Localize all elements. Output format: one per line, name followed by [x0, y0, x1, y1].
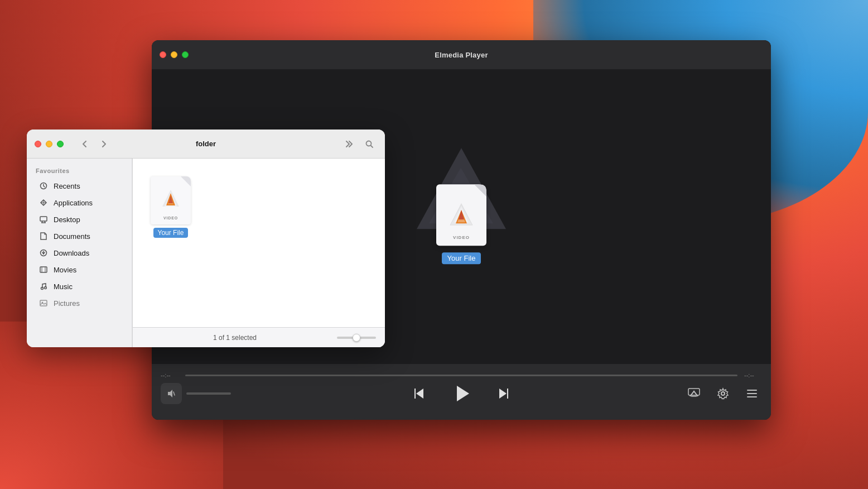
volume-icon: [166, 389, 176, 399]
svg-point-17: [721, 392, 725, 395]
controls-row: [161, 383, 762, 411]
svg-marker-10: [414, 389, 416, 399]
finder-right-buttons: [341, 136, 377, 152]
svg-line-22: [371, 145, 373, 147]
sidebar-label-pictures: Pictures: [54, 299, 80, 308]
next-button[interactable]: [491, 381, 516, 406]
file-icon-yourfile: VIDEO: [151, 176, 191, 224]
time-start: --:--: [161, 372, 179, 378]
icon-slider-thumb[interactable]: [353, 334, 360, 342]
grid-icon: [39, 198, 48, 207]
clock-icon: [39, 181, 48, 190]
sidebar-label-downloads: Downloads: [54, 249, 89, 257]
player-file-name: Your File: [442, 252, 481, 264]
player-file-icon-doc: VIDEO: [436, 184, 486, 246]
svg-line-9: [173, 392, 175, 395]
elmedia-logo-large: [447, 200, 475, 228]
file-item-yourfile[interactable]: VIDEO Your File: [146, 172, 195, 242]
desktop-icon: [39, 215, 48, 224]
music-icon: [39, 282, 48, 291]
svg-marker-12: [457, 386, 469, 401]
sidebar-item-applications[interactable]: Applications: [30, 194, 129, 211]
sidebar-item-pictures[interactable]: Pictures: [30, 295, 129, 311]
list-icon: [746, 387, 758, 400]
settings-button[interactable]: [713, 383, 733, 404]
finder-main: VIDEO Your File 1 of 1 selected: [133, 159, 385, 347]
gear-icon: [717, 387, 729, 400]
player-titlebar: Elmedia Player: [152, 40, 771, 69]
elmedia-logo-small: [160, 188, 181, 209]
finder-search-button[interactable]: [361, 136, 377, 152]
sidebar-item-downloads[interactable]: Downloads: [30, 244, 129, 261]
finder-titlebar: folder: [27, 130, 385, 159]
player-close-button[interactable]: [160, 51, 166, 58]
sidebar-item-movies[interactable]: Movies: [30, 261, 129, 278]
finder-title: folder: [196, 140, 216, 148]
icon-slider-track[interactable]: [337, 337, 376, 339]
sidebar-item-desktop[interactable]: Desktop: [30, 211, 129, 228]
icon-size-slider[interactable]: [337, 337, 376, 339]
svg-rect-37: [40, 300, 47, 306]
svg-marker-13: [499, 389, 507, 399]
player-title: Elmedia Player: [435, 51, 488, 59]
finder-content: VIDEO Your File: [133, 159, 385, 327]
playlist-button[interactable]: [742, 383, 762, 404]
finder-status-text: 1 of 1 selected: [142, 334, 328, 342]
sidebar-label-recents: Recents: [54, 182, 80, 190]
volume-button[interactable]: [161, 383, 182, 404]
finder-back-button[interactable]: [77, 136, 93, 152]
file-name-label: Your File: [153, 228, 189, 238]
sidebar-label-music: Music: [54, 282, 73, 291]
prev-button[interactable]: [407, 381, 431, 406]
svg-marker-14: [507, 389, 508, 399]
svg-rect-32: [40, 267, 47, 272]
photo-icon: [39, 299, 48, 308]
prev-icon: [411, 386, 427, 401]
player-file-type-label: VIDEO: [453, 235, 470, 240]
file-fold: [181, 176, 191, 186]
airplay-icon: [687, 387, 701, 400]
playback-controls: [407, 379, 516, 408]
finder-close-button[interactable]: [35, 141, 41, 147]
svg-marker-11: [416, 389, 423, 399]
svg-marker-8: [168, 390, 172, 397]
film-icon: [39, 265, 48, 274]
sidebar-label-documents: Documents: [54, 232, 90, 241]
sidebar-item-recents[interactable]: Recents: [30, 178, 129, 194]
search-icon: [365, 140, 374, 148]
player-traffic-lights: [160, 51, 189, 58]
svg-point-36: [45, 287, 47, 289]
svg-rect-26: [40, 217, 47, 221]
player-maximize-button[interactable]: [182, 51, 189, 58]
airplay-button[interactable]: [684, 383, 704, 404]
time-end: --:--: [744, 372, 762, 378]
download-icon: [39, 248, 48, 257]
finder-view-button[interactable]: [341, 136, 357, 152]
document-icon: [39, 232, 48, 241]
finder-sidebar: Favourites Recents Applications Desktop: [27, 159, 133, 347]
sidebar-item-documents[interactable]: Documents: [30, 228, 129, 244]
finder-traffic-lights: [35, 141, 64, 147]
play-button[interactable]: [447, 379, 476, 408]
sidebar-section-favourites: Favourites: [27, 167, 132, 178]
svg-point-35: [41, 287, 44, 290]
sidebar-label-desktop: Desktop: [54, 215, 80, 224]
volume-slider[interactable]: [186, 392, 231, 395]
finder-minimize-button[interactable]: [46, 141, 52, 147]
chevron-right-icon: [100, 140, 108, 148]
file-type-label: VIDEO: [163, 216, 178, 220]
finder-forward-button[interactable]: [96, 136, 112, 152]
finder-statusbar: 1 of 1 selected: [133, 327, 385, 347]
big-icon-container: VIDEO: [406, 145, 517, 246]
sidebar-label-applications: Applications: [54, 199, 93, 207]
player-controls: --:-- --:--: [152, 364, 771, 420]
sidebar-item-music[interactable]: Music: [30, 278, 129, 295]
progress-bar[interactable]: [185, 375, 737, 376]
next-icon: [496, 386, 512, 401]
play-icon: [451, 383, 471, 404]
chevron-double-right-icon: [345, 140, 354, 148]
finder-maximize-button[interactable]: [57, 141, 64, 147]
chevron-left-icon: [81, 140, 89, 148]
player-minimize-button[interactable]: [171, 51, 177, 58]
finder-nav-buttons: [77, 136, 112, 152]
